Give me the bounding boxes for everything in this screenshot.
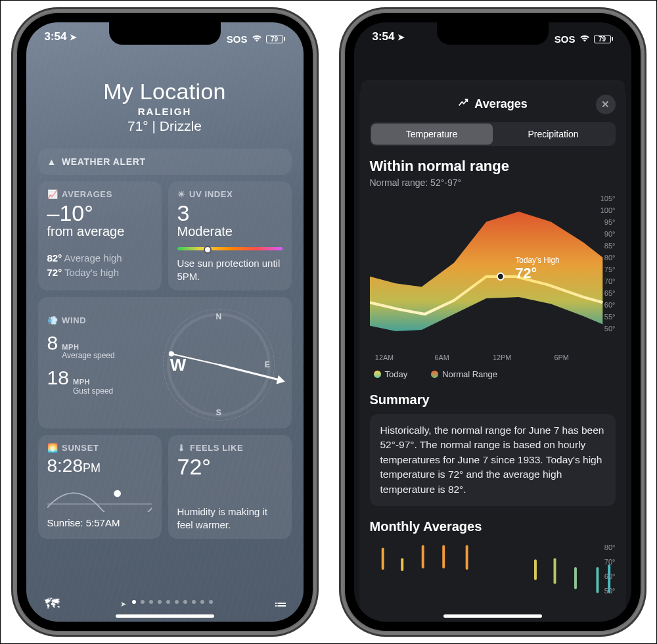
sunset-ampm: PM	[83, 461, 101, 474]
legend-today: Today	[385, 369, 408, 379]
weather-home[interactable]: My Location RALEIGH 71° | Drizzle ▲ WEAT…	[26, 22, 304, 622]
wind-gust-unit: MPH	[73, 378, 90, 386]
compass-e: E	[265, 360, 270, 369]
list-icon[interactable]: ≔	[274, 596, 285, 612]
battery-icon: 79	[266, 35, 285, 43]
chart-up-icon	[457, 97, 469, 111]
status-time: 3:54	[45, 30, 67, 43]
home-indicator[interactable]	[116, 614, 214, 618]
uv-note: Use sun protection until 5PM.	[177, 257, 283, 283]
location-services-icon: ➤	[70, 32, 77, 42]
temperature-chart[interactable]: Today's High 72° 12AM 6AM 12PM 6PM 105°1…	[370, 195, 616, 365]
bottom-nav: 🗺︎ ➤ ≔	[26, 595, 304, 612]
headline: Within normal range	[370, 158, 616, 175]
sun-curve	[47, 483, 152, 516]
wind-gust-val: 18	[47, 367, 69, 389]
compass-s: S	[216, 408, 221, 417]
status-sos: SOS	[555, 34, 576, 45]
chart-annotation-value: 72°	[515, 264, 537, 281]
normal-range-line: Normal range: 52°-97°	[370, 177, 616, 188]
summary-body: Historically, the normal range for June …	[370, 414, 616, 506]
legend-swatch-today	[374, 371, 381, 378]
feelslike-title: FEELS LIKE	[190, 443, 243, 453]
avg-high-value: 82°	[47, 252, 62, 264]
summary-title: Summary	[370, 392, 616, 407]
today-high-label: Today's high	[64, 267, 119, 278]
monthly-title: Monthly Averages	[370, 519, 616, 534]
today-high-value: 72°	[47, 267, 62, 278]
weather-alert-label: WEATHER ALERT	[62, 156, 146, 167]
wind-card[interactable]: 💨WIND 8 MPHAverage speed 18 MPHGust spee…	[38, 297, 292, 428]
chart-annotation-title: Today's High	[515, 256, 559, 265]
warning-icon: ▲	[47, 156, 57, 167]
svg-point-1	[114, 490, 121, 497]
uv-title: UV INDEX	[189, 189, 233, 199]
wind-gust-label: Gust speed	[73, 386, 113, 396]
averages-sheet: Averages ✕ Temperature Precipitation Wit…	[359, 85, 626, 622]
status-time: 3:54	[373, 30, 395, 43]
uv-index: 3	[177, 202, 283, 224]
wind-avg-unit: MPH	[62, 343, 79, 351]
sun-icon: ☀︎	[177, 189, 186, 199]
legend-range: Normal Range	[442, 369, 497, 379]
compass-w: W	[170, 355, 187, 375]
thermometer-icon: 🌡	[177, 443, 187, 453]
feelslike-card[interactable]: 🌡FEELS LIKE 72° Humidity is making it fe…	[168, 435, 292, 539]
current-conditions: 71° | Drizzle	[38, 118, 292, 134]
phone-right: 3:54 ➤ SOS 79 Averages ✕ Temperature Pre…	[345, 13, 641, 631]
status-sos: SOS	[227, 34, 248, 45]
wind-avg-val: 8	[47, 332, 58, 354]
averages-title: AVERAGES	[62, 189, 112, 199]
svg-text:12AM: 12AM	[374, 353, 393, 361]
averages-delta-sub: from average	[47, 224, 152, 239]
svg-text:6AM: 6AM	[434, 353, 449, 361]
chart-legend: Today Normal Range	[370, 369, 616, 379]
device-notch	[109, 22, 221, 45]
monthly-chart[interactable]: 80° 70° 60° 50°	[370, 540, 616, 596]
phone-left: 3:54 ➤ SOS 79 My Location RALEIGH 71° | …	[17, 13, 313, 631]
uv-level: Moderate	[177, 224, 283, 239]
sunset-title: SUNSET	[62, 443, 99, 453]
avg-high-label: Average high	[64, 252, 122, 264]
svg-text:12PM: 12PM	[493, 353, 511, 361]
chart-up-icon: 📈	[47, 189, 58, 199]
location-city: RALEIGH	[38, 106, 292, 117]
feelslike-note: Humidity is making it feel warmer.	[177, 505, 283, 531]
weather-alert-card[interactable]: ▲ WEATHER ALERT	[38, 149, 292, 175]
sunset-time: 8:28	[47, 455, 83, 476]
location-arrow-icon: ➤	[120, 600, 126, 609]
page-dots[interactable]: ➤	[120, 600, 213, 609]
averages-card[interactable]: 📈AVERAGES –10° from average 82° Average …	[38, 181, 162, 290]
svg-point-2	[497, 273, 503, 280]
feelslike-temp: 72°	[177, 455, 283, 478]
wind-compass: N S E W	[155, 305, 282, 421]
tab-segmented[interactable]: Temperature Precipitation	[370, 122, 616, 146]
tab-temperature[interactable]: Temperature	[371, 124, 493, 145]
sunrise-line: Sunrise: 5:57AM	[47, 517, 152, 528]
location-title: My Location	[38, 79, 292, 104]
wind-avg-label: Average speed	[62, 351, 115, 360]
sunset-card[interactable]: 🌅SUNSET 8:28PM Sunrise: 5:57AM	[38, 435, 162, 539]
uv-spectrum	[177, 247, 283, 250]
legend-swatch-range	[431, 371, 438, 378]
wind-icon: 💨	[47, 315, 58, 325]
sunset-icon: 🌅	[47, 443, 58, 453]
close-button[interactable]: ✕	[596, 95, 616, 114]
sheet-title: Averages	[474, 97, 527, 111]
map-icon[interactable]: 🗺︎	[45, 595, 59, 612]
compass-n: N	[215, 312, 221, 321]
uv-card[interactable]: ☀︎UV INDEX 3 Moderate Use sun protection…	[168, 181, 292, 290]
svg-text:6PM: 6PM	[554, 353, 568, 361]
device-notch	[437, 22, 549, 45]
battery-icon: 79	[594, 35, 613, 43]
wind-title: WIND	[62, 315, 86, 325]
compass-needle-to	[218, 364, 280, 381]
wifi-icon	[579, 34, 590, 45]
location-services-icon: ➤	[397, 32, 405, 42]
tab-precipitation[interactable]: Precipitation	[493, 124, 614, 145]
header: My Location RALEIGH 71° | Drizzle	[38, 79, 292, 134]
wifi-icon	[252, 34, 262, 45]
averages-delta: –10°	[47, 202, 152, 224]
home-indicator[interactable]	[443, 614, 542, 618]
